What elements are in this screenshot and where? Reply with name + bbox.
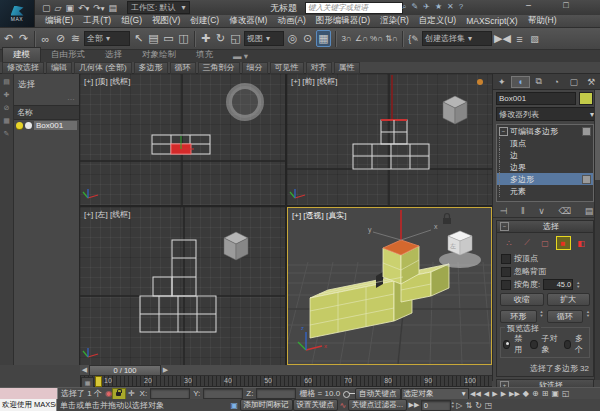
layer-manager-icon[interactable]: ▧ [528, 31, 541, 46]
ring-spinner[interactable]: ▲▼ [540, 310, 544, 323]
menu-views[interactable]: 视图(V) [147, 15, 185, 27]
explorer-tool-icon[interactable]: ▤ [3, 78, 10, 86]
preview-multi-radio[interactable] [564, 340, 571, 349]
wrench-icon[interactable]: ✎ [411, 2, 418, 12]
viewport-front-label[interactable]: [+] [前] [线框] [291, 76, 337, 87]
element-mode-icon[interactable]: ◧ [574, 236, 589, 250]
prev-frame-arrow[interactable]: ◀ [80, 366, 89, 374]
z-coordinate-field[interactable] [256, 388, 296, 399]
selection-region-icon[interactable]: ▭ [162, 31, 175, 46]
spinner-snap-icon[interactable]: ⇅∩ [385, 31, 398, 46]
select-rotate-icon[interactable]: ↻ [214, 31, 227, 46]
viewport-left[interactable]: [+] [左] [线框] [80, 207, 285, 365]
previous-frame-icon[interactable]: ◀ [484, 390, 489, 398]
play-icon[interactable]: ▶ [492, 390, 497, 398]
remove-modifier-icon[interactable]: ⌫ [558, 206, 571, 216]
frozen-circle-icon[interactable] [25, 122, 32, 129]
collapse-icon[interactable]: − [499, 127, 508, 136]
orbit-icon[interactable]: ↻ [475, 401, 482, 410]
frame-spinner[interactable]: ▲▼ [451, 401, 455, 409]
time-slider-handle[interactable]: 0 / 100 [89, 365, 161, 376]
stack-border[interactable]: 边界 [497, 161, 593, 173]
window-crossing-icon[interactable]: ◫ [177, 31, 190, 46]
stack-editable-poly[interactable]: − 可编辑多边形 [497, 125, 593, 137]
menu-graph-editors[interactable]: 图形编辑器(D) [311, 15, 375, 27]
modifier-list-dropdown[interactable]: 修改器列表▾ [496, 107, 597, 121]
viewport-left-label[interactable]: [+] [左] [线框] [84, 209, 130, 220]
shrink-button[interactable]: 收缩 [500, 293, 544, 306]
snap-toggle-3d-icon[interactable]: 3∩ [340, 31, 353, 46]
time-slider[interactable]: ◀ 0 / 100 ▶ [80, 365, 492, 376]
edit-named-selections-icon[interactable]: {✎ [407, 31, 420, 46]
next-frame-icon[interactable]: ▶ [501, 390, 506, 398]
ribbon-tab-freeform[interactable]: 自由形式 [41, 48, 95, 62]
explorer-row-box001[interactable]: Box001 [14, 120, 79, 131]
vertex-mode-icon[interactable]: ∴ [502, 236, 517, 250]
menu-help[interactable]: 帮助(H) [523, 15, 562, 27]
polygon-mode-icon[interactable]: ■ [556, 236, 571, 250]
pin-stack-icon[interactable]: ⊣ [500, 206, 508, 216]
reference-coordinate-dropdown[interactable]: 视图▾ [244, 31, 284, 46]
redo-icon[interactable]: ↷ [17, 31, 30, 46]
menu-customize[interactable]: 自定义(U) [414, 15, 461, 27]
menu-tools[interactable]: 工具(T) [78, 15, 116, 27]
transform-typein-mode-icon[interactable]: ✛ [128, 389, 135, 398]
auto-key-button[interactable]: 自动关键点 [355, 388, 401, 400]
key-filters-button[interactable]: 关键点过滤器... [348, 399, 407, 411]
panel-polygons[interactable]: 多边形 [134, 62, 168, 74]
collapse-icon[interactable]: − [500, 222, 509, 231]
panel-align[interactable]: 对齐 [306, 62, 332, 74]
zoom-icon[interactable]: ⊕ [532, 389, 539, 398]
zoom-region-icon[interactable]: ◱ [562, 389, 570, 398]
selection-lock-pin-icon[interactable]: ◉ [105, 389, 112, 398]
maximize-viewport-icon[interactable]: ◳ [485, 401, 493, 410]
menu-animation[interactable]: 动画(A) [272, 15, 310, 27]
go-to-end-icon[interactable]: ▶▶ [509, 390, 520, 398]
selection-lock-toggle[interactable] [112, 388, 126, 400]
use-pivot-center-icon[interactable]: ◎ [286, 31, 299, 46]
select-move-icon[interactable]: ✚ [199, 31, 212, 46]
help-icon[interactable]: ? [459, 2, 463, 12]
ignore-backfacing-row[interactable]: 忽略背面 [497, 265, 593, 278]
panel-subdivision[interactable]: 细分 [242, 62, 268, 74]
panel-geometry-all[interactable]: 几何体 (全部) [74, 62, 132, 74]
tab-display-icon[interactable]: ▢ [565, 77, 583, 87]
loop-spinner[interactable]: ▲▼ [586, 310, 590, 323]
viewport-perspective[interactable]: [+] [透视] [真实] [287, 207, 492, 365]
ignore-backfacing-checkbox[interactable] [501, 267, 511, 277]
stack-vertex[interactable]: 顶点 [497, 137, 593, 149]
key-mode-icon[interactable]: ◆ [523, 389, 529, 398]
panel-loops[interactable]: 循环 [170, 62, 196, 74]
panel-modify-selection[interactable]: 修改选择 [2, 62, 44, 74]
max-logo[interactable]: MAX [0, 0, 35, 27]
viewport-perspective-label[interactable]: [+] [透视] [真实] [292, 210, 346, 221]
viewport-top[interactable]: [+] [顶] [线框] [80, 74, 285, 205]
macro-recorder-pane[interactable] [0, 388, 58, 400]
next-frame-arrow[interactable]: ▶ [161, 366, 170, 374]
menu-modifiers[interactable]: 修改器(M) [224, 15, 272, 27]
go-to-start-icon[interactable]: ▶▶ [409, 401, 420, 409]
selected-filter-dropdown[interactable]: 选定对象▾ [401, 388, 469, 400]
tab-create-icon[interactable]: ✦ [493, 77, 511, 87]
angle-value-field[interactable]: 45.0 [543, 279, 573, 290]
select-manipulate-icon[interactable]: ⊙ [301, 31, 314, 46]
viewport-front[interactable]: [+] [前] [线框] [287, 74, 492, 205]
open-file-icon[interactable]: ▱ [55, 3, 62, 13]
tab-utilities-icon[interactable]: ⚒ [583, 77, 600, 87]
search-input[interactable]: 键入关键字或短语 [305, 2, 403, 14]
menu-edit[interactable]: 编辑(E) [40, 15, 78, 27]
preview-subobj-radio[interactable] [530, 340, 537, 349]
new-file-icon[interactable]: ▢ [42, 3, 51, 13]
panel-properties[interactable]: 属性 [334, 62, 360, 74]
maximize-button[interactable]: □ [563, 0, 568, 13]
save-file-icon[interactable]: ▣ [65, 3, 74, 13]
named-selection-dropdown[interactable]: 创建选择集▾ [422, 31, 492, 46]
by-angle-row[interactable]: 按角度: 45.0 ▲▼ [497, 278, 593, 291]
menu-rendering[interactable]: 渲染(R) [375, 15, 414, 27]
object-color-swatch[interactable] [579, 92, 593, 105]
select-by-name-icon[interactable]: ▤ [147, 31, 160, 46]
grow-button[interactable]: 扩大 [547, 293, 591, 306]
by-vertex-checkbox[interactable] [501, 254, 511, 264]
ribbon-tab-populate[interactable]: 填充 [186, 48, 223, 62]
mirror-icon[interactable]: ▶◀ [494, 31, 511, 46]
